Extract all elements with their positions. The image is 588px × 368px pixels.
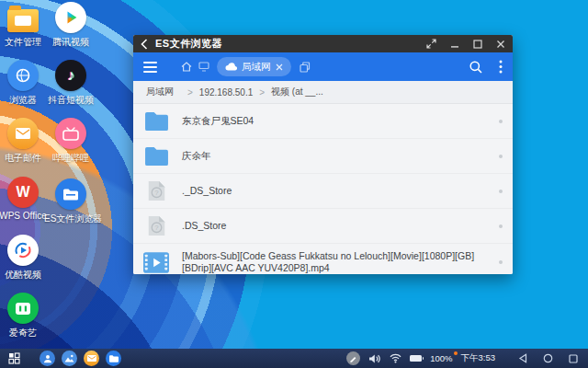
browser-icon bbox=[7, 60, 39, 91]
maximize-window-icon[interactable] bbox=[473, 40, 482, 49]
search-icon[interactable] bbox=[469, 60, 483, 75]
desktop-icon-tencent-video[interactable]: 腾讯视频 bbox=[44, 2, 97, 49]
desktop-icon-youku[interactable]: 优酷视频 bbox=[0, 235, 50, 282]
desktop-icon-iqiyi[interactable]: 爱奇艺 bbox=[0, 293, 50, 339]
battery-icon bbox=[410, 355, 422, 362]
file-row-video[interactable]: [Mabors-Sub][Code Geass Fukkatsu no Lelo… bbox=[133, 244, 513, 274]
item-dot bbox=[499, 260, 503, 264]
bilibili-icon bbox=[55, 118, 86, 149]
tab-close-icon[interactable] bbox=[276, 63, 283, 71]
overflow-menu-icon[interactable] bbox=[499, 60, 503, 74]
desktop-icon-label: 抖音短视频 bbox=[44, 94, 97, 107]
desktop-icon-label: 电子邮件 bbox=[0, 152, 50, 165]
es-explorer-window: ES文件浏览器 局域网 bbox=[133, 35, 513, 274]
app-grid-icon[interactable] bbox=[8, 352, 20, 364]
tab-lan[interactable]: 局域网 bbox=[217, 57, 291, 76]
item-dot bbox=[499, 190, 503, 193]
device-icon[interactable] bbox=[198, 62, 209, 72]
window-titlebar: ES文件浏览器 bbox=[133, 35, 513, 52]
desktop-icon-label: WPS Office bbox=[0, 211, 50, 221]
taskbar: 100% 下午3:53 bbox=[0, 349, 588, 368]
breadcrumb-separator: > bbox=[187, 87, 193, 98]
email-icon bbox=[7, 118, 39, 149]
item-dot bbox=[499, 155, 503, 158]
minimize-window-icon[interactable] bbox=[450, 40, 459, 49]
file-name: 东京食尸鬼SE04 bbox=[182, 115, 277, 127]
desktop-icon-file-manager[interactable]: 文件管理 bbox=[0, 2, 50, 49]
file-name: .DS_Store bbox=[182, 220, 250, 232]
desktop-icon-douyin[interactable]: ♪ 抖音短视频 bbox=[44, 60, 97, 107]
desktop-wallpaper: 文件管理 腾讯视频 浏览器 ♪ 抖音短视频 电子邮件 哔哩哔哩 W WPS Of… bbox=[0, 0, 588, 368]
gallery-app-icon[interactable] bbox=[62, 351, 77, 366]
desktop-icon-label: 浏览器 bbox=[0, 94, 50, 107]
desktop-icon-es-explorer[interactable]: ES文件浏览器 bbox=[44, 178, 97, 225]
lan-icon bbox=[225, 63, 237, 71]
iqiyi-icon bbox=[7, 293, 39, 324]
home-icon[interactable] bbox=[181, 62, 192, 72]
back-icon[interactable] bbox=[141, 39, 148, 50]
breadcrumb: 局域网 > 192.168.50.1 > 视频 (at __... bbox=[133, 81, 513, 104]
breadcrumb-segment[interactable]: 192.168.50.1 bbox=[199, 87, 253, 98]
email-app-icon[interactable] bbox=[84, 351, 99, 366]
window-toolbar: 局域网 bbox=[133, 52, 513, 81]
desktop-icon-label: 优酷视频 bbox=[0, 269, 50, 282]
desktop-icon-browser[interactable]: 浏览器 bbox=[0, 60, 50, 107]
file-row-unknown[interactable]: ? ._DS_Store bbox=[133, 174, 513, 209]
file-row-unknown[interactable]: ? .DS_Store bbox=[133, 209, 513, 244]
wps-office-icon: W bbox=[7, 177, 39, 208]
file-manager-icon bbox=[7, 2, 39, 33]
desktop-icon-label: 腾讯视频 bbox=[44, 36, 97, 49]
svg-text:?: ? bbox=[154, 224, 159, 232]
youku-icon bbox=[7, 235, 39, 266]
es-file-explorer-icon bbox=[55, 178, 86, 210]
svg-text:?: ? bbox=[154, 189, 159, 197]
wifi-icon[interactable] bbox=[390, 353, 401, 363]
menu-icon[interactable] bbox=[143, 62, 157, 73]
file-name: ._DS_Store bbox=[182, 185, 255, 197]
item-dot bbox=[499, 224, 503, 228]
notification-dot bbox=[454, 351, 458, 355]
desktop-icon-label: 爱奇艺 bbox=[0, 327, 50, 339]
window-title: ES文件浏览器 bbox=[155, 37, 222, 51]
desktop-icon-bilibili[interactable]: 哔哩哔哩 bbox=[44, 118, 97, 165]
file-row-folder[interactable]: 庆余年 bbox=[133, 139, 513, 174]
nav-home-icon[interactable] bbox=[543, 353, 553, 363]
clock: 下午3:53 bbox=[461, 352, 496, 364]
folder-icon bbox=[142, 110, 170, 132]
contacts-app-icon[interactable] bbox=[40, 351, 55, 366]
desktop-icon-label: 文件管理 bbox=[0, 36, 50, 49]
unknown-file-icon: ? bbox=[142, 179, 170, 202]
video-file-icon bbox=[142, 252, 170, 273]
close-window-icon[interactable] bbox=[496, 40, 505, 49]
desktop-icon-label: ES文件浏览器 bbox=[44, 213, 97, 225]
tab-label: 局域网 bbox=[242, 61, 271, 74]
nav-back-icon[interactable] bbox=[518, 353, 527, 363]
unknown-file-icon: ? bbox=[142, 214, 170, 237]
folder-icon bbox=[142, 145, 170, 167]
volume-icon[interactable] bbox=[368, 353, 381, 364]
nav-recents-icon[interactable] bbox=[569, 354, 578, 363]
file-name: [Mabors-Sub][Code Geass Fukkatsu no Lelo… bbox=[182, 250, 503, 274]
breadcrumb-segment[interactable]: 视频 (at __... bbox=[271, 86, 323, 98]
desktop-icon-email[interactable]: 电子邮件 bbox=[0, 118, 50, 165]
desktop-icon-label: 哔哩哔哩 bbox=[44, 152, 97, 165]
expand-window-icon[interactable] bbox=[426, 39, 436, 49]
breadcrumb-segment[interactable]: 局域网 bbox=[146, 86, 174, 98]
file-row-folder[interactable]: 东京食尸鬼SE04 bbox=[133, 104, 513, 139]
file-name: 庆余年 bbox=[182, 150, 235, 162]
item-dot bbox=[499, 120, 503, 123]
douyin-icon: ♪ bbox=[55, 60, 86, 91]
breadcrumb-separator: > bbox=[259, 87, 265, 98]
new-window-icon[interactable] bbox=[300, 62, 311, 73]
desktop-icon-wps-office[interactable]: W WPS Office bbox=[0, 177, 50, 221]
es-explorer-app-icon[interactable] bbox=[106, 351, 121, 366]
file-list: 东京食尸鬼SE04 庆余年 ? ._DS_Store ? bbox=[133, 104, 513, 274]
tencent-video-icon bbox=[55, 2, 86, 33]
stylus-pen-icon[interactable] bbox=[346, 351, 360, 365]
battery-percent: 100% bbox=[430, 353, 452, 363]
